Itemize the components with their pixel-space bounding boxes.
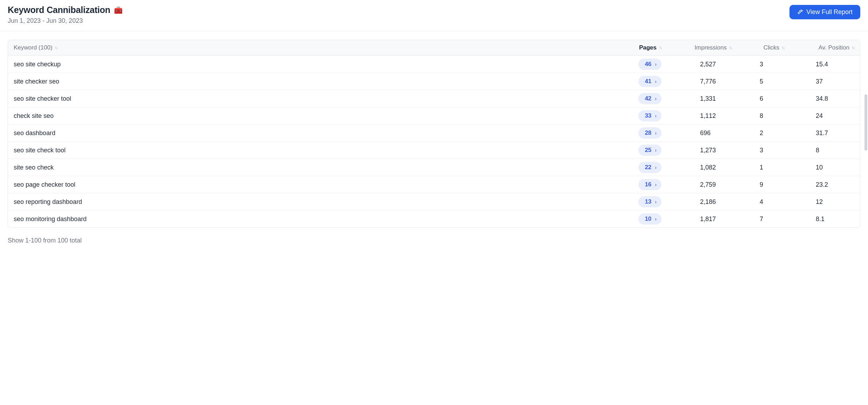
cell-position: 12 [784,198,854,206]
chevron-right-icon: › [655,130,657,136]
cell-impressions: 1,817 [662,215,732,223]
cell-impressions: 1,112 [662,112,732,120]
column-header-clicks[interactable]: Clicks ↑↓ [732,44,784,51]
pages-count: 28 [645,130,651,137]
cell-keyword: seo site checker tool [14,95,602,102]
sort-icon: ↑↓ [729,45,732,50]
toolbox-icon: 🧰 [114,6,123,14]
keyword-table: Keyword (100) ↑↓ Pages ↑↓ Impressions ↑↓… [8,40,860,228]
chevron-right-icon: › [655,216,657,222]
chevron-right-icon: › [655,79,657,84]
column-header-position[interactable]: Av. Position ↑↓ [784,44,854,51]
cell-impressions: 1,331 [662,95,732,102]
pages-count: 10 [645,215,651,223]
pages-count: 33 [645,112,651,119]
pages-badge[interactable]: 41 › [638,76,662,87]
pages-count: 46 [645,61,651,68]
cell-position: 23.2 [784,181,854,188]
chevron-right-icon: › [655,96,657,101]
table-row: seo page checker tool 16 › 2,759 9 23.2 [8,176,860,193]
pages-badge[interactable]: 28 › [638,127,662,139]
page-header: Keyword Cannibalization 🧰 Jun 1, 2023 - … [0,0,868,31]
table-row: seo reporting dashboard 13 › 2,186 4 12 [8,193,860,211]
cell-clicks: 1 [732,164,784,171]
cell-keyword: seo dashboard [14,130,602,137]
cell-clicks: 9 [732,181,784,188]
chevron-right-icon: › [655,199,657,205]
table-row: seo monitoring dashboard 10 › 1,817 7 8.… [8,211,860,227]
view-full-report-button[interactable]: View Full Report [789,5,860,19]
cell-clicks: 3 [732,147,784,154]
pages-badge[interactable]: 10 › [638,213,662,225]
cell-keyword: site checker seo [14,78,602,85]
cell-clicks: 4 [732,198,784,206]
pages-count: 25 [645,147,651,154]
cell-keyword: seo reporting dashboard [14,198,602,206]
cell-position: 8 [784,147,854,154]
column-header-keyword-label: Keyword (100) [14,44,53,51]
table-row: seo dashboard 28 › 696 2 31.7 [8,125,860,142]
cell-position: 34.8 [784,95,854,102]
table-row: seo site check tool 25 › 1,273 3 8 [8,142,860,159]
pages-badge[interactable]: 42 › [638,93,662,104]
pages-badge[interactable]: 33 › [638,110,662,121]
column-header-impressions-label: Impressions [694,44,727,51]
pages-count: 16 [645,181,651,188]
pages-count: 42 [645,95,651,102]
cell-clicks: 7 [732,215,784,223]
chevron-right-icon: › [655,61,657,67]
cell-position: 10 [784,164,854,171]
pages-badge[interactable]: 25 › [638,145,662,156]
cell-clicks: 6 [732,95,784,102]
column-header-impressions[interactable]: Impressions ↑↓ [662,44,732,51]
pages-count: 13 [645,198,651,205]
table-row: site checker seo 41 › 7,776 5 37 [8,73,860,90]
pagination-summary: Show 1-100 from 100 total [0,231,868,250]
cell-position: 15.4 [784,61,854,68]
cell-position: 8.1 [784,215,854,223]
chevron-right-icon: › [655,165,657,170]
pages-count: 41 [645,78,651,85]
cell-impressions: 7,776 [662,78,732,85]
cell-impressions: 1,082 [662,164,732,171]
table-row: seo site checkup 46 › 2,527 3 15.4 [8,56,860,73]
column-header-clicks-label: Clicks [764,44,779,51]
sort-icon: ↑↓ [852,45,854,50]
pages-badge[interactable]: 22 › [638,162,662,173]
cell-clicks: 2 [732,130,784,137]
chevron-right-icon: › [655,147,657,153]
cell-keyword: seo site checkup [14,61,602,68]
cell-clicks: 5 [732,78,784,85]
cell-position: 37 [784,78,854,85]
table-row: check site seo 33 › 1,112 8 24 [8,107,860,125]
cell-position: 31.7 [784,130,854,137]
pages-badge[interactable]: 13 › [638,196,662,207]
cell-keyword: site seo check [14,164,602,171]
cell-keyword: seo page checker tool [14,181,602,188]
cell-clicks: 8 [732,112,784,120]
cell-clicks: 3 [732,61,784,68]
column-header-pages[interactable]: Pages ↑↓ [602,44,662,51]
cell-keyword: seo site check tool [14,147,602,154]
magic-wand-icon [797,9,803,15]
cell-impressions: 1,273 [662,147,732,154]
pages-badge[interactable]: 16 › [638,179,662,190]
cell-impressions: 2,527 [662,61,732,68]
pages-count: 22 [645,164,651,171]
cell-keyword: seo monitoring dashboard [14,215,602,223]
sort-icon: ↑↓ [781,45,784,50]
date-range: Jun 1, 2023 - Jun 30, 2023 [8,17,123,25]
cell-keyword: check site seo [14,112,602,120]
page-title: Keyword Cannibalization [8,5,110,15]
pages-badge[interactable]: 46 › [638,59,662,70]
column-header-pages-label: Pages [639,44,657,51]
cell-impressions: 2,186 [662,198,732,206]
chevron-right-icon: › [655,113,657,119]
column-header-position-label: Av. Position [819,44,849,51]
table-body: seo site checkup 46 › 2,527 3 15.4 site … [8,56,860,227]
sort-icon: ↑↓ [659,45,662,50]
column-header-keyword[interactable]: Keyword (100) ↑↓ [14,44,602,51]
cell-impressions: 2,759 [662,181,732,188]
scrollbar[interactable] [864,94,867,151]
sort-icon: ↑↓ [55,45,57,50]
